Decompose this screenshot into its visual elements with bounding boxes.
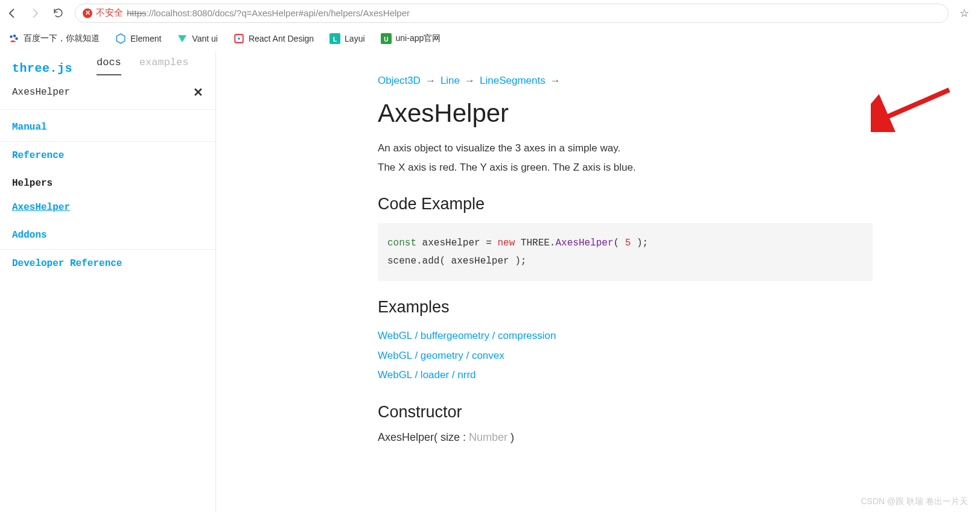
arrow-icon: → <box>425 75 436 87</box>
bookmark-layui[interactable]: L Layui <box>329 33 364 44</box>
bookmark-uniapp[interactable]: U uni-app官网 <box>381 33 441 44</box>
back-button[interactable] <box>6 7 18 19</box>
code-block: const axesHelper = new THREE.AxesHelper(… <box>378 223 873 282</box>
svg-point-1 <box>13 34 16 37</box>
forward-button[interactable] <box>29 7 41 19</box>
example-link[interactable]: WebGL / loader / nrrd <box>378 365 980 385</box>
bookmark-label: React Ant Design <box>249 34 314 43</box>
example-link[interactable]: WebGL / geometry / convex <box>378 346 980 365</box>
svg-text:L: L <box>333 36 337 43</box>
bookmark-antd[interactable]: React Ant Design <box>234 33 314 44</box>
section-constructor: Constructor <box>378 403 980 422</box>
section-code-example: Code Example <box>378 195 980 213</box>
tab-docs[interactable]: docs <box>97 57 121 75</box>
watermark: CSDN @跟 耿瑞 卷出一片天 <box>861 496 968 507</box>
bookmark-baidu[interactable]: 百度一下，你就知道 <box>8 33 100 44</box>
search-row: ✕ <box>0 75 215 110</box>
arrow-icon: → <box>465 75 475 87</box>
section-examples: Examples <box>378 298 980 317</box>
sidebar-header: three.js docs examples <box>0 51 215 75</box>
main-content: Object3D→ Line→ LineSegments→ AxesHelper… <box>216 51 980 512</box>
page-body: three.js docs examples ✕ Manual Referenc… <box>0 51 980 512</box>
page-description: An axis object to visualize the 3 axes i… <box>378 139 800 178</box>
sidebar-item-addons[interactable]: Addons <box>0 221 215 250</box>
breadcrumb-item[interactable]: Object3D <box>378 75 421 87</box>
arrow-icon: → <box>550 75 561 87</box>
bookmark-label: 百度一下，你就知道 <box>24 33 100 44</box>
bookmark-vant[interactable]: Vant ui <box>177 33 218 44</box>
page-title: AxesHelper <box>378 99 980 128</box>
reload-button[interactable] <box>52 7 64 19</box>
bookmark-star-icon[interactable]: ☆ <box>959 7 974 20</box>
tab-examples[interactable]: examples <box>139 57 189 75</box>
svg-point-0 <box>10 35 13 38</box>
sidebar-item-devref[interactable]: Developer Reference <box>0 250 215 277</box>
bookmark-label: Element <box>130 34 161 43</box>
bookmark-element[interactable]: Element <box>115 33 161 44</box>
browser-nav-bar: ✕ 不安全 https://localhost:8080/docs/?q=Axe… <box>0 0 980 27</box>
clear-search-icon[interactable]: ✕ <box>193 85 203 100</box>
breadcrumb-item[interactable]: Line <box>441 75 460 87</box>
sidebar-head-helpers: Helpers <box>0 169 215 197</box>
breadcrumb-item[interactable]: LineSegments <box>480 75 546 87</box>
svg-text:U: U <box>384 36 388 43</box>
sidebar-item-manual[interactable]: Manual <box>0 113 215 142</box>
bookmarks-bar: 百度一下，你就知道 Element Vant ui React Ant Desi… <box>0 27 980 51</box>
sidebar-item-reference[interactable]: Reference <box>0 142 215 169</box>
not-secure-icon: ✕ <box>83 8 92 18</box>
example-link[interactable]: WebGL / buffergeometry / compression <box>378 326 980 346</box>
bookmark-label: Layui <box>345 34 364 43</box>
sidebar: three.js docs examples ✕ Manual Referenc… <box>0 51 216 512</box>
bookmark-label: Vant ui <box>192 34 218 43</box>
svg-point-4 <box>238 37 240 39</box>
bookmark-label: uni-app官网 <box>396 33 441 44</box>
not-secure-label: 不安全 <box>96 7 123 19</box>
example-links: WebGL / buffergeometry / compression Web… <box>378 326 980 385</box>
url-text: https://localhost:8080/docs/?q=AxesHelpe… <box>127 8 410 18</box>
search-input[interactable] <box>12 87 193 98</box>
brand-logo[interactable]: three.js <box>12 62 72 75</box>
svg-point-2 <box>15 37 18 40</box>
sidebar-item-axeshelper[interactable]: AxesHelper <box>0 197 215 221</box>
constructor-signature: AxesHelper( size : Number ) <box>378 431 980 444</box>
breadcrumb: Object3D→ Line→ LineSegments→ <box>378 75 980 87</box>
sidebar-nav: Manual Reference Helpers AxesHelper Addo… <box>0 110 215 281</box>
address-bar[interactable]: ✕ 不安全 https://localhost:8080/docs/?q=Axe… <box>75 4 949 23</box>
